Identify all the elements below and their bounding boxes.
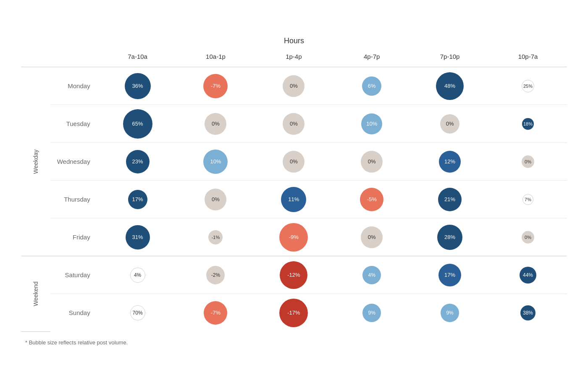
bubble: 4% bbox=[362, 266, 381, 284]
cell-thursday-col4: 21% bbox=[411, 181, 489, 218]
day-label-wednesday: Wednesday bbox=[50, 143, 99, 181]
bubble: 10% bbox=[361, 113, 382, 134]
cell-wednesday-col2: 0% bbox=[255, 143, 333, 181]
cell-monday-col2: 0% bbox=[255, 67, 333, 105]
bubble: 0% bbox=[522, 155, 534, 168]
cell-friday-col0: 31% bbox=[99, 218, 177, 256]
bubble: 48% bbox=[436, 72, 464, 100]
cell-monday-col0: 36% bbox=[99, 67, 177, 105]
cell-thursday-col2: 11% bbox=[255, 181, 333, 218]
chart-title: Hours bbox=[21, 37, 567, 45]
bubble: -17% bbox=[279, 299, 308, 327]
col-header-5: 10p-7a bbox=[489, 50, 567, 67]
cell-friday-col4: 28% bbox=[411, 218, 489, 256]
table-row: WeekendSaturday4%-2%-12%4%17%44% bbox=[21, 256, 567, 294]
bubble: 31% bbox=[126, 225, 150, 249]
bubble: 21% bbox=[438, 188, 462, 211]
col-header-0: 7a-10a bbox=[99, 50, 177, 67]
bubble: 7% bbox=[522, 194, 533, 205]
bubble: 9% bbox=[441, 304, 459, 322]
col-header-2: 1p-4p bbox=[255, 50, 333, 67]
cell-wednesday-col4: 12% bbox=[411, 143, 489, 181]
table-row: Thursday17%0%11%-5%21%7% bbox=[21, 181, 567, 218]
bubble: 9% bbox=[362, 304, 381, 322]
cell-saturday-col3: 4% bbox=[333, 256, 411, 294]
day-label-sunday: Sunday bbox=[50, 294, 99, 332]
cell-tuesday-col5: 18% bbox=[489, 105, 567, 143]
bubble: 28% bbox=[437, 225, 462, 250]
cell-wednesday-col1: 10% bbox=[177, 143, 255, 181]
day-label-tuesday: Tuesday bbox=[50, 105, 99, 143]
cell-sunday-col2: -17% bbox=[255, 294, 333, 332]
bubble: 0% bbox=[283, 75, 304, 97]
cell-wednesday-col3: 0% bbox=[333, 143, 411, 181]
bubble: -7% bbox=[204, 301, 227, 325]
bubble: 65% bbox=[123, 109, 152, 139]
cell-saturday-col5: 44% bbox=[489, 256, 567, 294]
bubble: 23% bbox=[126, 150, 150, 173]
cell-friday-col3: 0% bbox=[333, 218, 411, 256]
table-row: Tuesday65%0%0%10%0%18% bbox=[21, 105, 567, 143]
header-empty-2 bbox=[50, 50, 99, 67]
cell-tuesday-col2: 0% bbox=[255, 105, 333, 143]
day-label-thursday: Thursday bbox=[50, 181, 99, 218]
bubble: -1% bbox=[208, 230, 223, 244]
chart-container: Hours 7a-10a10a-1p1p-4p4p-7p7p-10p10p-7a… bbox=[13, 24, 575, 354]
cell-tuesday-col4: 0% bbox=[411, 105, 489, 143]
cell-friday-col1: -1% bbox=[177, 218, 255, 256]
cell-sunday-col1: -7% bbox=[177, 294, 255, 332]
cell-saturday-col4: 17% bbox=[411, 256, 489, 294]
bubble: 12% bbox=[439, 151, 461, 173]
section-label-1: Weekend bbox=[21, 256, 50, 332]
cell-thursday-col0: 17% bbox=[99, 181, 177, 218]
cell-tuesday-col3: 10% bbox=[333, 105, 411, 143]
cell-thursday-col5: 7% bbox=[489, 181, 567, 218]
cell-sunday-col3: 9% bbox=[333, 294, 411, 332]
cell-saturday-col0: 4% bbox=[99, 256, 177, 294]
cell-thursday-col1: 0% bbox=[177, 181, 255, 218]
bubble: 0% bbox=[361, 151, 383, 173]
table-row: Friday31%-1%-9%0%28%0% bbox=[21, 218, 567, 256]
cell-wednesday-col5: 0% bbox=[489, 143, 567, 181]
bubble: 36% bbox=[125, 73, 151, 99]
section-label-0: Weekday bbox=[21, 67, 50, 256]
bubble: 70% bbox=[130, 305, 145, 320]
bubble: -12% bbox=[280, 261, 307, 289]
col-header-3: 4p-7p bbox=[333, 50, 411, 67]
cell-sunday-col4: 9% bbox=[411, 294, 489, 332]
footnote: * Bubble size reflects relative post vol… bbox=[21, 339, 567, 346]
bubble: -9% bbox=[279, 223, 308, 252]
day-label-monday: Monday bbox=[50, 67, 99, 105]
cell-monday-col5: 25% bbox=[489, 67, 567, 105]
cell-friday-col2: -9% bbox=[255, 218, 333, 256]
bubble: 0% bbox=[522, 231, 534, 244]
cell-sunday-col0: 70% bbox=[99, 294, 177, 332]
bubble: 4% bbox=[130, 268, 145, 283]
bubble: 6% bbox=[362, 76, 381, 96]
bubble: 11% bbox=[281, 187, 306, 212]
table-row: WeekdayMonday36%-7%0%6%48%25% bbox=[21, 67, 567, 105]
bubble: 18% bbox=[522, 118, 534, 130]
bubble: 0% bbox=[361, 226, 383, 248]
cell-monday-col3: 6% bbox=[333, 67, 411, 105]
bubble: 10% bbox=[203, 150, 228, 174]
bubble: 0% bbox=[283, 113, 304, 135]
bubble: 0% bbox=[205, 189, 226, 210]
bubble: 38% bbox=[520, 305, 536, 320]
cell-saturday-col1: -2% bbox=[177, 256, 255, 294]
bubble: -5% bbox=[360, 188, 383, 211]
cell-thursday-col3: -5% bbox=[333, 181, 411, 218]
cell-saturday-col2: -12% bbox=[255, 256, 333, 294]
bubble: 0% bbox=[205, 113, 226, 135]
bubble: 17% bbox=[438, 264, 461, 286]
day-label-saturday: Saturday bbox=[50, 256, 99, 294]
bubble: 17% bbox=[128, 190, 147, 209]
cell-monday-col4: 48% bbox=[411, 67, 489, 105]
bubble: 44% bbox=[520, 267, 536, 284]
bubble: 0% bbox=[440, 114, 459, 134]
col-header-4: 7p-10p bbox=[411, 50, 489, 67]
cell-wednesday-col0: 23% bbox=[99, 143, 177, 181]
table-row: Wednesday23%10%0%0%12%0% bbox=[21, 143, 567, 181]
cell-tuesday-col0: 65% bbox=[99, 105, 177, 143]
header-empty-1 bbox=[21, 50, 50, 67]
